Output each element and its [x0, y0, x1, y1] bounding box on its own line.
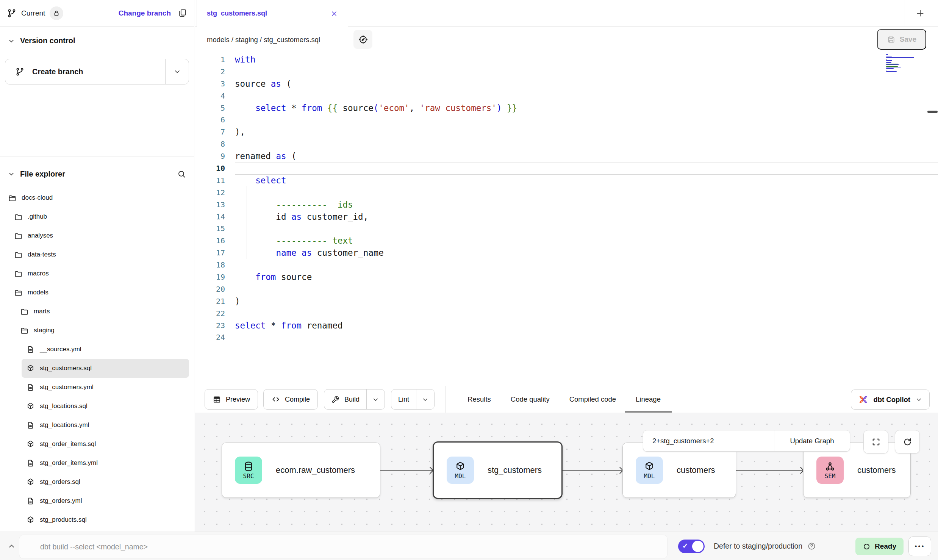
- lint-button[interactable]: Lint: [391, 389, 416, 409]
- node-label: customers: [857, 465, 896, 475]
- table-icon: [213, 395, 221, 404]
- code-line-11[interactable]: 11 select: [195, 175, 938, 187]
- version-control-header[interactable]: Version control: [0, 36, 194, 45]
- code-text: ): [235, 296, 240, 306]
- file-tree-item-stg-customers-yml[interactable]: stg_customers.yml: [0, 378, 194, 397]
- node-type-badge: SRC: [235, 457, 262, 484]
- code-line-2[interactable]: 2: [195, 66, 938, 78]
- code-line-1[interactable]: 1with: [195, 54, 938, 66]
- collapse-panel-button[interactable]: [4, 532, 19, 560]
- file-tree-item-stg-order-items-yml[interactable]: stg_order_items.yml: [0, 454, 194, 472]
- file-tree-item--sources-yml[interactable]: __sources.yml: [0, 340, 194, 359]
- compile-button[interactable]: Compile: [263, 389, 318, 410]
- code-line-7[interactable]: 7),: [195, 126, 938, 138]
- file-tree-item-marts[interactable]: marts: [0, 302, 194, 321]
- lineage-node-ecom-raw-customers[interactable]: SRCecom.raw_customers: [222, 443, 380, 498]
- badge-label: SEM: [825, 472, 836, 480]
- create-branch-button[interactable]: Create branch: [5, 59, 189, 84]
- more-options-button[interactable]: •••: [908, 537, 931, 556]
- code-line-19[interactable]: 19 from source: [195, 271, 938, 283]
- file-tree-item-stg-locations-sql[interactable]: stg_locations.sql: [0, 397, 194, 416]
- code-line-24[interactable]: 24: [195, 332, 938, 344]
- file-explorer-title: File explorer: [20, 170, 65, 178]
- file-doc-icon: [26, 383, 35, 392]
- help-icon[interactable]: [807, 542, 816, 551]
- code-line-6[interactable]: 6: [195, 114, 938, 126]
- code-line-5[interactable]: 5 select * from {{ source('ecom', 'raw_c…: [195, 102, 938, 114]
- file-tree-item-docs-cloud[interactable]: docs-cloud: [0, 188, 194, 207]
- search-icon[interactable]: [177, 169, 186, 179]
- file-tree-item-stg-orders-yml[interactable]: stg_orders.yml: [0, 491, 194, 510]
- code-line-15[interactable]: 15: [195, 223, 938, 235]
- code-line-8[interactable]: 8: [195, 138, 938, 150]
- share-icon: [824, 461, 836, 472]
- code-line-23[interactable]: 23select * from renamed: [195, 320, 938, 332]
- code-line-20[interactable]: 20: [195, 283, 938, 296]
- defer-toggle[interactable]: ✓: [678, 540, 705, 553]
- code-line-18[interactable]: 18: [195, 259, 938, 271]
- dbt-copilot-button[interactable]: dbt Copilot: [851, 389, 930, 410]
- lineage-selector: Update Graph: [643, 430, 850, 452]
- tab-stg-customers-sql[interactable]: stg_customers.sql: [197, 0, 348, 27]
- file-tree-item-staging[interactable]: staging: [0, 321, 194, 340]
- close-tab-icon[interactable]: [330, 10, 338, 17]
- node-type-badge: MDL: [447, 457, 474, 484]
- file-tree-item-stg-locations-yml[interactable]: stg_locations.yml: [0, 416, 194, 435]
- lineage-canvas[interactable]: Update Graph SRCecom.raw_customersMDLstg…: [195, 413, 938, 532]
- editor-minimap[interactable]: [885, 54, 916, 74]
- code-line-22[interactable]: 22: [195, 308, 938, 320]
- file-tree-item-stg-customers-sql[interactable]: stg_customers.sql: [22, 359, 189, 378]
- update-graph-button[interactable]: Update Graph: [774, 430, 850, 451]
- new-tab-button[interactable]: [911, 5, 929, 22]
- preview-button[interactable]: Preview: [205, 389, 258, 410]
- file-tree-item-stg-order-items-sql[interactable]: stg_order_items.sql: [0, 435, 194, 454]
- file-tree-item-stg-products-sql[interactable]: stg_products.sql: [0, 510, 194, 529]
- file-tree-item-stg-orders-sql[interactable]: stg_orders.sql: [0, 472, 194, 491]
- compass-icon[interactable]: [353, 30, 372, 49]
- code-line-16[interactable]: 16 ---------- text: [195, 235, 938, 247]
- change-branch-link[interactable]: Change branch: [119, 9, 171, 17]
- file-name: stg_customers.sql: [40, 364, 92, 372]
- tab-results[interactable]: Results: [467, 386, 491, 413]
- lint-split-button: Lint: [391, 389, 435, 410]
- build-label: Build: [344, 396, 360, 404]
- code-line-13[interactable]: 13 ---------- ids: [195, 199, 938, 211]
- refresh-button[interactable]: [895, 430, 920, 454]
- file-tree-item--github[interactable]: .github: [0, 207, 194, 226]
- file-tree-item-data-tests[interactable]: data-tests: [0, 245, 194, 264]
- build-button[interactable]: Build: [324, 389, 366, 409]
- code-line-21[interactable]: 21): [195, 296, 938, 308]
- line-number: 4: [195, 90, 225, 102]
- create-branch-dropdown[interactable]: [165, 59, 189, 84]
- copy-icon[interactable]: [178, 8, 187, 18]
- code-line-9[interactable]: 9renamed as (: [195, 150, 938, 163]
- code-line-3[interactable]: 3source as (: [195, 78, 938, 90]
- lint-dropdown[interactable]: [416, 389, 434, 409]
- code-line-12[interactable]: 12: [195, 187, 938, 199]
- code-line-14[interactable]: 14 id as customer_id,: [195, 211, 938, 223]
- main-panel: stg_customers.sql models / staging / stg…: [195, 0, 938, 532]
- code-line-17[interactable]: 17 name as customer_name: [195, 247, 938, 259]
- editor-scrollbar-thumb[interactable]: [927, 111, 938, 113]
- save-button[interactable]: Save: [877, 29, 926, 50]
- file-tree-item-macros[interactable]: macros: [0, 264, 194, 283]
- minimap-line: [886, 56, 892, 56]
- build-dropdown[interactable]: [366, 389, 385, 409]
- file-explorer-header[interactable]: File explorer: [0, 163, 194, 185]
- fullscreen-button[interactable]: [863, 430, 888, 454]
- lineage-selector-input[interactable]: [643, 430, 774, 451]
- node-label: customers: [677, 465, 715, 475]
- lineage-node-stg-customers[interactable]: MDLstg_customers: [433, 441, 563, 499]
- command-input[interactable]: [19, 543, 667, 551]
- code-text: name as customer_name: [235, 248, 384, 258]
- tab-compiled-code[interactable]: Compiled code: [569, 386, 616, 413]
- code-line-10[interactable]: 10: [195, 163, 938, 175]
- tab-lineage[interactable]: Lineage: [636, 386, 661, 413]
- file-tree-item-analyses[interactable]: analyses: [0, 226, 194, 245]
- code-line-4[interactable]: 4: [195, 90, 938, 102]
- tab-code-quality[interactable]: Code quality: [511, 386, 550, 413]
- defer-label: Defer to staging/production: [714, 542, 802, 551]
- file-tree-item-models[interactable]: models: [0, 283, 194, 302]
- code-editor[interactable]: 1with23source as (45 select * from {{ so…: [195, 53, 938, 386]
- circle-icon: [863, 543, 871, 551]
